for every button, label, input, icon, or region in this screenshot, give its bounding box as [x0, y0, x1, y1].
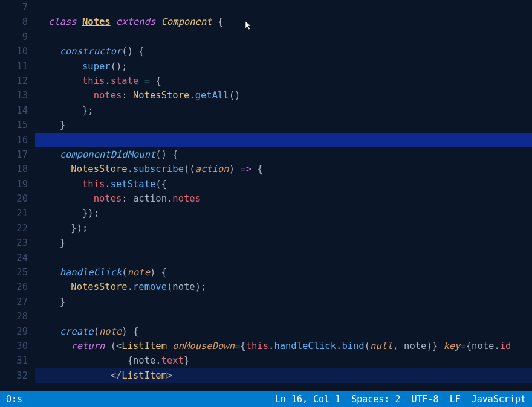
- code-line[interactable]: class Notes extends Component {: [35, 14, 532, 29]
- line-number: 32: [0, 368, 28, 383]
- line-number: 23: [0, 236, 28, 250]
- code-line[interactable]: [35, 309, 532, 324]
- code-line[interactable]: constructor() {: [35, 44, 532, 59]
- line-number: 9: [0, 30, 28, 44]
- code-line[interactable]: }: [35, 295, 532, 309]
- line-number: 25: [0, 265, 28, 280]
- code-line[interactable]: }: [35, 118, 532, 132]
- code-line[interactable]: return (<ListItem onMouseDown={this.hand…: [35, 339, 532, 353]
- code-line[interactable]: </ListItem>: [35, 368, 532, 383]
- code-line-active[interactable]: [35, 133, 532, 147]
- code-line[interactable]: }: [35, 236, 532, 250]
- status-indent[interactable]: Spaces: 2: [351, 394, 400, 405]
- code-editor[interactable]: 7 8 9 10 11 12 13 14 15 16 17 18 19 20 2…: [0, 0, 532, 391]
- line-number: 27: [0, 295, 28, 309]
- status-bar: O:s Ln 16, Col 1 Spaces: 2 UTF-8 LF Java…: [0, 391, 532, 407]
- gutter: 7 8 9 10 11 12 13 14 15 16 17 18 19 20 2…: [0, 0, 35, 391]
- line-number: 28: [0, 309, 28, 324]
- code-line[interactable]: notes: NotesStore.getAll(): [35, 88, 532, 103]
- code-line[interactable]: componentDidMount() {: [35, 147, 532, 162]
- code-line[interactable]: handleClick(note) {: [35, 265, 532, 280]
- code-line[interactable]: {note.text}: [35, 353, 532, 368]
- status-encoding[interactable]: UTF-8: [411, 394, 438, 405]
- line-number: 24: [0, 251, 28, 265]
- line-number: 17: [0, 147, 28, 162]
- line-number: 11: [0, 59, 28, 74]
- line-number: 12: [0, 74, 28, 88]
- code-line[interactable]: [35, 251, 532, 265]
- status-language[interactable]: JavaScript: [472, 394, 526, 405]
- line-number: 21: [0, 206, 28, 220]
- line-number: 14: [0, 103, 28, 118]
- line-number: 13: [0, 88, 28, 103]
- line-number: 7: [0, 0, 28, 14]
- code-line[interactable]: [35, 0, 532, 14]
- status-lncol[interactable]: Ln 16, Col 1: [275, 394, 340, 405]
- line-number: 10: [0, 44, 28, 59]
- code-line[interactable]: NotesStore.remove(note);: [35, 280, 532, 294]
- code-line[interactable]: notes: action.notes: [35, 191, 532, 206]
- line-number: 31: [0, 353, 28, 368]
- status-left[interactable]: O:s: [6, 394, 22, 405]
- line-number: 15: [0, 118, 28, 132]
- line-number: 20: [0, 191, 28, 206]
- status-eol[interactable]: LF: [450, 394, 461, 405]
- line-number: 8: [0, 14, 28, 29]
- code-area[interactable]: class Notes extends Component { construc…: [35, 0, 532, 391]
- code-line[interactable]: this.setState({: [35, 177, 532, 191]
- code-line[interactable]: NotesStore.subscribe((action) => {: [35, 162, 532, 176]
- code-line[interactable]: super();: [35, 59, 532, 74]
- line-number: 26: [0, 280, 28, 294]
- code-line[interactable]: });: [35, 206, 532, 220]
- code-line[interactable]: });: [35, 221, 532, 236]
- code-line[interactable]: this.state = {: [35, 74, 532, 88]
- line-number: 30: [0, 339, 28, 353]
- line-number: 19: [0, 177, 28, 191]
- code-line[interactable]: [35, 30, 532, 44]
- line-number: 22: [0, 221, 28, 236]
- line-number: 18: [0, 162, 28, 176]
- line-number: 16: [0, 133, 28, 147]
- code-line[interactable]: };: [35, 103, 532, 118]
- line-number: 29: [0, 324, 28, 339]
- code-line[interactable]: create(note) {: [35, 324, 532, 339]
